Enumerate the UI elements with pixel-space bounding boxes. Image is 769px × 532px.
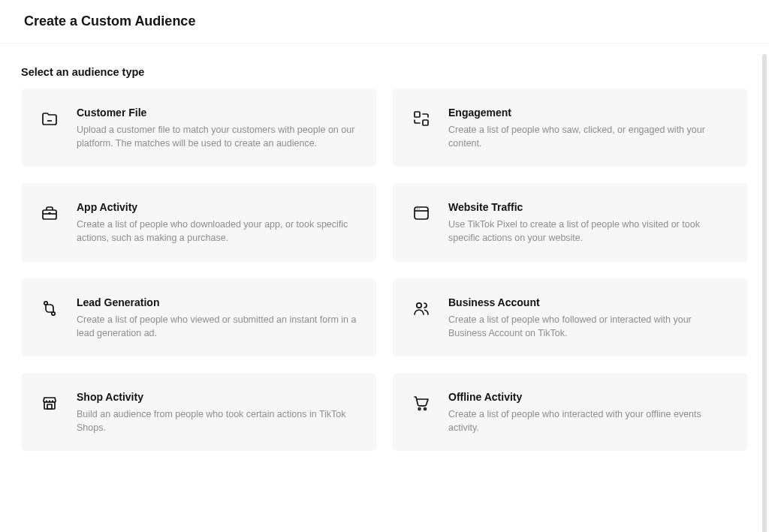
folder-icon (39, 108, 60, 129)
option-website-traffic[interactable]: Website Traffic Use TikTok Pixel to crea… (393, 183, 748, 261)
svg-rect-6 (415, 207, 428, 219)
option-customer-file[interactable]: Customer File Upload a customer file to … (21, 89, 376, 167)
option-engagement[interactable]: Engagement Create a list of people who s… (393, 89, 748, 167)
svg-rect-13 (47, 404, 52, 409)
option-desc: Create a list of people who followed or … (448, 313, 730, 340)
option-desc: Create a list of people who downloaded y… (77, 218, 358, 245)
option-desc: Create a list of people who saw, clicked… (448, 123, 730, 150)
page-title: Create a Custom Audience (0, 14, 769, 43)
scrollbar[interactable] (762, 54, 767, 532)
option-title: Shop Activity (77, 391, 358, 403)
section-title: Select an audience type (21, 66, 748, 78)
browser-icon (411, 203, 432, 224)
option-desc: Create a list of people who interacted w… (448, 407, 730, 434)
option-desc: Upload a customer file to match your cus… (77, 123, 358, 150)
funnel-icon (39, 298, 60, 319)
svg-point-15 (424, 407, 427, 410)
option-title: Offline Activity (448, 391, 730, 403)
option-offline-activity[interactable]: Offline Activity Create a list of people… (393, 373, 748, 451)
option-desc: Create a list of people who viewed or su… (77, 313, 358, 340)
option-desc: Build an audience from people who took c… (77, 407, 358, 434)
option-title: App Activity (77, 201, 358, 213)
svg-point-14 (418, 407, 421, 410)
option-desc: Use TikTok Pixel to create a list of peo… (448, 218, 730, 245)
shop-icon (39, 392, 60, 413)
cart-icon (411, 392, 432, 413)
svg-point-9 (418, 209, 419, 209)
content-area: Select an audience type Customer File Up… (0, 43, 769, 532)
option-title: Lead Generation (77, 296, 358, 308)
svg-rect-1 (415, 112, 420, 117)
svg-point-12 (417, 302, 421, 307)
people-icon (411, 298, 432, 319)
option-business-account[interactable]: Business Account Create a list of people… (393, 278, 748, 356)
option-title: Website Traffic (448, 201, 730, 213)
engagement-icon (411, 108, 432, 129)
option-lead-generation[interactable]: Lead Generation Create a list of people … (21, 278, 376, 356)
svg-rect-2 (423, 120, 428, 125)
svg-point-8 (417, 209, 418, 209)
option-title: Customer File (77, 107, 358, 119)
option-app-activity[interactable]: App Activity Create a list of people who… (21, 183, 376, 261)
option-shop-activity[interactable]: Shop Activity Build an audience from peo… (21, 373, 376, 451)
option-title: Business Account (448, 296, 730, 308)
audience-type-grid: Customer File Upload a customer file to … (21, 89, 748, 451)
briefcase-icon (39, 203, 60, 224)
option-title: Engagement (448, 107, 730, 119)
svg-rect-3 (43, 210, 56, 219)
